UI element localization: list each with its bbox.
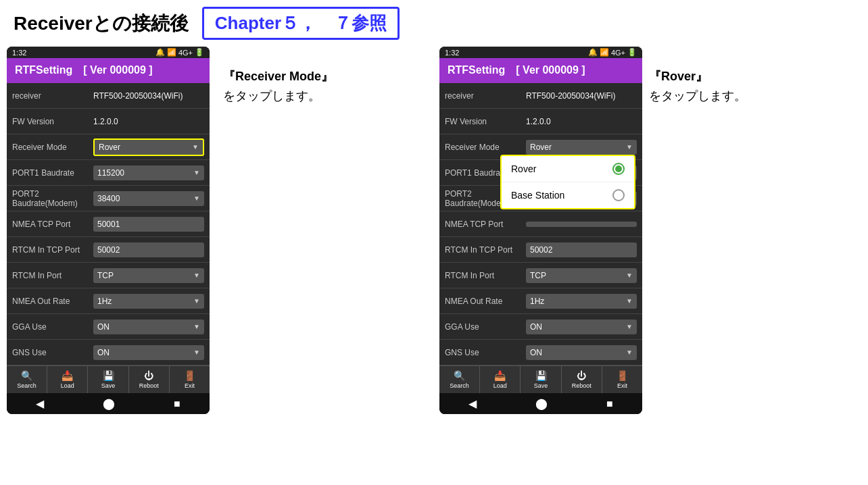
right-status-icons: 🔔 📶 4G+ 🔋 xyxy=(588,48,637,57)
left-chevron-port1: ▼ xyxy=(193,169,200,176)
left-dropdown-port2[interactable]: 38400 ▼ xyxy=(93,191,204,206)
right-nav-bar: ◀ ⬤ ■ xyxy=(439,393,642,414)
left-label-gns: GNS Use xyxy=(12,348,93,357)
header: Receiverとの接続後 Chapter５， ７参照 xyxy=(0,0,868,47)
right-row-gns: GNS Use ON ▼ xyxy=(439,340,642,365)
right-toolbar-exit-label: Exit xyxy=(617,382,627,389)
left-row-nmea-rate: NMEA Out Rate 1Hz ▼ xyxy=(7,288,210,314)
right-row-gga: GGA Use ON ▼ xyxy=(439,314,642,340)
right-row-nmea-rate: NMEA Out Rate 1Hz ▼ xyxy=(439,288,642,314)
left-chevron-gga: ▼ xyxy=(193,323,200,330)
left-toolbar-load[interactable]: 📥 Load xyxy=(47,366,88,393)
left-settings-list: receiver RTF500-20050034(WiFi) FW Versio… xyxy=(7,83,210,365)
left-time: 1:32 xyxy=(12,49,26,57)
left-label-receivermode: Receiver Mode xyxy=(12,143,93,152)
left-row-fw: FW Version 1.2.0.0 xyxy=(7,109,210,134)
left-row-rtcm-tcp: RTCM In TCP Port 50002 xyxy=(7,237,210,263)
left-label-nmea-rate: NMEA Out Rate xyxy=(12,297,93,306)
left-row-port1: PORT1 Baudrate 115200 ▼ xyxy=(7,160,210,186)
left-label-rtcm-port: RTCM In Port xyxy=(12,271,93,280)
right-toolbar-reboot[interactable]: ⏻ Reboot xyxy=(562,366,602,393)
right-save-icon: 💾 xyxy=(535,370,547,381)
chapter-badge: Chapter５， ７参照 xyxy=(202,7,400,40)
left-toolbar-reboot[interactable]: ⏻ Reboot xyxy=(129,366,170,393)
receiver-mode-popup: Rover Base Station xyxy=(500,155,635,209)
left-row-nmea: NMEA TCP Port 50001 xyxy=(7,211,210,237)
right-toolbar-exit[interactable]: 🚪 Exit xyxy=(602,366,642,393)
right-label-receiver: receiver xyxy=(445,91,526,101)
right-time: 1:32 xyxy=(445,49,459,57)
left-toolbar-load-label: Load xyxy=(61,382,74,389)
left-toolbar-search-label: Search xyxy=(17,382,37,389)
right-dropdown-gns[interactable]: ON ▼ xyxy=(526,345,637,360)
left-nav-home[interactable]: ⬤ xyxy=(103,397,115,410)
reboot-icon: ⏻ xyxy=(144,370,153,381)
right-label-rtcm-port: RTCM In Port xyxy=(445,271,526,280)
left-chevron-rtcm-port: ▼ xyxy=(193,272,200,279)
right-chevron-nmea-rate: ▼ xyxy=(626,297,633,305)
left-label-port2: PORT2 Baudrate(Modem) xyxy=(12,189,93,208)
left-label-gga: GGA Use xyxy=(12,322,93,332)
left-toolbar-save[interactable]: 💾 Save xyxy=(88,366,128,393)
right-row-nmea: NMEA TCP Port xyxy=(439,211,642,237)
right-toolbar-search[interactable]: 🔍 Search xyxy=(439,366,480,393)
right-label-gns: GNS Use xyxy=(445,348,526,357)
right-phone: 1:32 🔔 📶 4G+ 🔋 RTFSetting [ Ver 000009 ]… xyxy=(439,47,642,414)
right-nav-back[interactable]: ◀ xyxy=(468,397,477,410)
left-input-rtcm-tcp[interactable]: 50002 xyxy=(93,242,204,257)
right-dropdown-rtcm-port[interactable]: TCP ▼ xyxy=(526,268,637,283)
right-settings-list: receiver RTF500-20050034(WiFi) FW Versio… xyxy=(439,83,642,365)
right-status-bar: 1:32 🔔 📶 4G+ 🔋 xyxy=(439,47,642,58)
right-nav-recent[interactable]: ■ xyxy=(606,398,613,410)
left-label-rtcm-tcp: RTCM In TCP Port xyxy=(12,245,93,255)
left-label-nmea: NMEA TCP Port xyxy=(12,220,93,229)
right-toolbar-save[interactable]: 💾 Save xyxy=(521,366,561,393)
right-load-icon: 📥 xyxy=(494,370,506,381)
right-toolbar-load[interactable]: 📥 Load xyxy=(480,366,521,393)
left-status-bar: 1:32 🔔 📶 4G+ 🔋 xyxy=(7,47,210,58)
dropdown-item-basestation[interactable]: Base Station xyxy=(502,182,634,208)
right-exit-icon: 🚪 xyxy=(617,370,628,381)
left-dropdown-gns[interactable]: ON ▼ xyxy=(93,345,204,360)
right-row-fw: FW Version 1.2.0.0 xyxy=(439,109,642,134)
save-icon: 💾 xyxy=(103,370,114,381)
right-dropdown-nmea-rate[interactable]: 1Hz ▼ xyxy=(526,294,637,309)
right-value-fw: 1.2.0.0 xyxy=(526,117,637,126)
left-dropdown-receivermode[interactable]: Rover ▼ xyxy=(93,138,204,156)
left-chevron-gns: ▼ xyxy=(193,349,200,356)
left-dropdown-gga[interactable]: ON ▼ xyxy=(93,320,204,334)
right-row-receivermode: Receiver Mode Rover ▼ Rover Base Station xyxy=(439,134,642,160)
right-input-nmea[interactable] xyxy=(526,222,637,227)
left-input-nmea[interactable]: 50001 xyxy=(93,217,204,232)
right-input-rtcm-tcp[interactable]: 50002 xyxy=(526,242,637,257)
left-dropdown-nmea-rate[interactable]: 1Hz ▼ xyxy=(93,294,204,309)
left-nav-recent[interactable]: ■ xyxy=(174,398,180,410)
right-dropdown-gga[interactable]: ON ▼ xyxy=(526,320,637,334)
left-value-receiver: RTF500-20050034(WiFi) xyxy=(93,91,204,101)
left-dropdown-rtcm-port[interactable]: TCP ▼ xyxy=(93,268,204,283)
right-label-gga: GGA Use xyxy=(445,322,526,332)
dropdown-basestation-label: Base Station xyxy=(511,190,564,201)
right-label-fw: FW Version xyxy=(445,117,526,126)
right-nav-home[interactable]: ⬤ xyxy=(535,397,548,410)
left-value-fw: 1.2.0.0 xyxy=(93,117,204,126)
left-nav-back[interactable]: ◀ xyxy=(36,397,44,410)
radio-rover-inner xyxy=(615,165,622,172)
left-dropdown-port1[interactable]: 115200 ▼ xyxy=(93,165,204,180)
left-row-receiver: receiver RTF500-20050034(WiFi) xyxy=(7,83,210,109)
dropdown-item-rover[interactable]: Rover xyxy=(502,156,634,182)
left-toolbar-search[interactable]: 🔍 Search xyxy=(7,366,47,393)
load-icon: 📥 xyxy=(62,370,73,381)
left-toolbar-exit[interactable]: 🚪 Exit xyxy=(170,366,210,393)
left-label-fw: FW Version xyxy=(12,117,93,126)
right-label-receivermode: Receiver Mode xyxy=(445,143,526,152)
right-chevron-gns: ▼ xyxy=(626,349,633,356)
left-toolbar-reboot-label: Reboot xyxy=(139,382,159,389)
search-icon: 🔍 xyxy=(21,370,32,381)
right-dropdown-receivermode[interactable]: Rover ▼ xyxy=(526,140,637,155)
right-reboot-icon: ⏻ xyxy=(577,370,586,381)
left-instruction-part2: をタップします。 xyxy=(223,89,320,103)
left-toolbar-exit-label: Exit xyxy=(185,382,195,389)
radio-rover-selected xyxy=(612,163,625,175)
left-status-icons: 🔔 📶 4G+ 🔋 xyxy=(155,48,204,57)
